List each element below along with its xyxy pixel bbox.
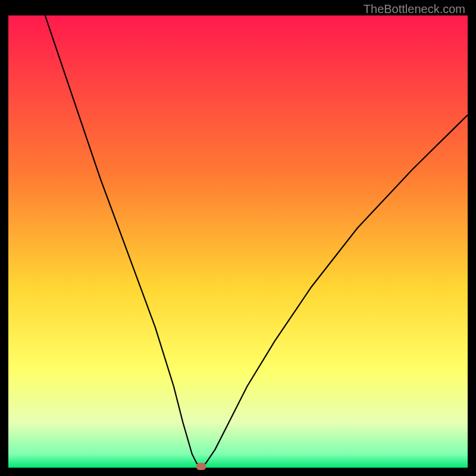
plot-frame bbox=[8, 15, 468, 468]
optimal-point-marker bbox=[196, 463, 206, 470]
bottleneck-curve bbox=[8, 15, 468, 468]
watermark-text: TheBottleneck.com bbox=[364, 2, 465, 16]
